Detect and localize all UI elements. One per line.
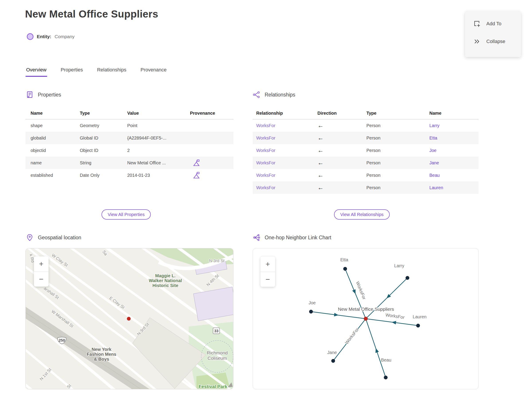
relationship-direction-arrow: ← (317, 147, 366, 154)
relationship-type-link[interactable]: WorksFor (256, 173, 317, 178)
relationship-direction-arrow: ← (317, 135, 366, 141)
relationship-direction-arrow: ← (317, 160, 366, 166)
properties-table: Name Type Value Provenance shape Geometr… (26, 107, 233, 182)
chart-node-label: Lauren (413, 314, 426, 319)
chart-node-jane[interactable] (331, 359, 335, 363)
property-name: established (31, 173, 80, 178)
chart-node-label: Jane (327, 350, 337, 355)
map-label: N 3rd St (209, 258, 225, 263)
col-header: Name (31, 111, 80, 116)
relationship-row: WorksFor ← Person Beau (253, 169, 479, 182)
related-entity-type: Person (366, 123, 429, 128)
entity-actions-card: Add To Collapse (465, 11, 521, 57)
property-value: Point (127, 123, 190, 128)
chart-node-joe[interactable] (309, 310, 313, 313)
svg-text:250: 250 (59, 338, 65, 343)
chart-node-beau[interactable] (384, 376, 387, 379)
property-value: 2 (127, 148, 190, 153)
map-label: Festival Park (199, 384, 227, 389)
col-header: Provenance (190, 111, 226, 116)
entity-location-marker (127, 317, 131, 321)
tab-properties[interactable]: Properties (60, 66, 84, 77)
entity-type-value: Company (54, 34, 74, 39)
relationship-type-link[interactable]: WorksFor (256, 135, 317, 141)
relationship-direction-arrow: ← (317, 184, 366, 191)
related-entity-link[interactable]: Jane (429, 160, 474, 165)
property-row: shape Geometry Point (26, 119, 233, 132)
related-entity-link[interactable]: Joe (429, 148, 474, 153)
map-zoom-out-button[interactable]: − (34, 272, 48, 287)
chart-node-label: Joe (309, 300, 316, 305)
property-provenance-cell (190, 159, 226, 166)
chart-node-etta[interactable] (343, 267, 347, 270)
basemap[interactable]: k RdW Clay StSaarshall StW Marshall StE … (26, 248, 233, 389)
chart-node-label: Etta (340, 257, 348, 262)
property-provenance-cell (190, 135, 226, 142)
collapse-icon (473, 38, 481, 45)
property-value: {A228944F-0EF5-... (127, 135, 190, 141)
relationship-type-link[interactable]: WorksFor (256, 123, 317, 128)
property-provenance-cell (190, 122, 226, 129)
tab-provenance[interactable]: Provenance (140, 66, 167, 77)
link-chart-panel[interactable]: + − WorksForWorksForWorksForEttaLarryJoe… (253, 248, 479, 389)
properties-table-header: Name Type Value Provenance (26, 107, 233, 119)
property-type: String (80, 160, 127, 165)
view-all-properties-button[interactable]: View All Properties (101, 209, 151, 220)
geospatial-section-title: Geospatial location (38, 235, 81, 241)
related-entity-type: Person (366, 185, 429, 190)
relationships-section-title: Relationships (265, 92, 295, 98)
related-entity-link[interactable]: Larry (429, 123, 474, 128)
map-zoom-in-button[interactable]: + (34, 256, 48, 272)
relationships-table-header: Relationship Direction Type Name (253, 107, 479, 119)
related-entity-type: Person (366, 173, 429, 178)
relationship-row: WorksFor ← Person Etta (253, 132, 479, 144)
provenance-flag-icon[interactable] (193, 159, 200, 166)
relationships-table: Relationship Direction Type Name WorksFo… (253, 107, 479, 194)
relationships-icon (253, 91, 260, 98)
map-panel[interactable]: + − (26, 248, 233, 389)
chart-center-node[interactable] (364, 317, 368, 321)
properties-section-header: Properties (26, 91, 61, 98)
col-header: Name (429, 111, 474, 116)
entity-type-row: Entity: Company (27, 33, 74, 40)
chart-node-larry[interactable] (406, 276, 409, 280)
relationship-direction-arrow: ← (317, 122, 366, 129)
route-shield: 33 (213, 328, 220, 334)
related-entity-link[interactable]: Lauren (429, 185, 474, 190)
page-title: New Metal Office Suppliers (25, 8, 158, 20)
tab-relationships[interactable]: Relationships (96, 66, 127, 77)
properties-icon (26, 91, 33, 98)
properties-section-title: Properties (38, 92, 61, 98)
property-provenance-cell (190, 147, 226, 154)
add-to-icon (473, 20, 481, 27)
relationship-type-link[interactable]: WorksFor (256, 185, 317, 190)
relationship-type-link[interactable]: WorksFor (256, 148, 317, 153)
chart-node-lauren[interactable] (416, 324, 420, 327)
chart-zoom-out-button[interactable]: − (260, 272, 275, 287)
chart-center-label: New Metal Office Suppliers (338, 307, 394, 312)
related-entity-type: Person (366, 160, 429, 165)
add-to-button[interactable]: Add To (465, 15, 521, 33)
chart-node-label: Larry (394, 263, 404, 268)
view-all-relationships-button[interactable]: View All Relationships (334, 209, 390, 220)
relationship-row: WorksFor ← Person Jane (253, 157, 479, 169)
link-chart-icon (253, 234, 260, 241)
relationship-type-link[interactable]: WorksFor (256, 160, 317, 165)
collapse-button[interactable]: Collapse (465, 33, 521, 50)
provenance-flag-icon[interactable] (193, 172, 200, 179)
property-type: Geometry (80, 123, 127, 128)
property-row: objectid Object ID 2 (26, 144, 233, 157)
relationship-direction-arrow: ← (317, 172, 366, 178)
chart-zoom-in-button[interactable]: + (260, 256, 275, 272)
related-entity-link[interactable]: Beau (429, 173, 474, 178)
link-chart-canvas[interactable]: WorksForWorksForWorksForEttaLarryJoeLaur… (253, 248, 479, 389)
property-row: globalid Global ID {A228944F-0EF5-... (26, 132, 233, 144)
property-row: established Date Only 2014-01-23 (26, 169, 233, 182)
relationships-section-header: Relationships (253, 91, 295, 98)
related-entity-link[interactable]: Etta (429, 135, 474, 141)
tab-overview[interactable]: Overview (26, 66, 47, 77)
property-provenance-cell (190, 172, 226, 179)
col-header: Relationship (256, 111, 317, 116)
related-entity-type: Person (366, 135, 429, 141)
map-pin-icon (26, 234, 33, 241)
